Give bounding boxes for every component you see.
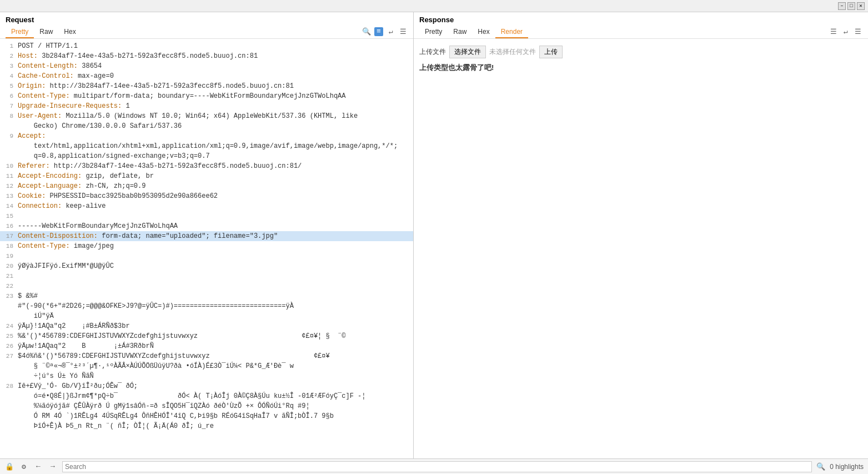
code-line: 8 User-Agent: Mozilla/5.0 (Windows NT 10… [0, 111, 413, 121]
newline-icon[interactable]: ↵ [841, 27, 850, 36]
upload-button[interactable]: 上传 [539, 46, 563, 58]
forward-icon[interactable]: → [48, 462, 58, 472]
menu-icon[interactable]: ☰ [399, 27, 408, 36]
settings-icon[interactable]: ⚙ [19, 462, 29, 472]
code-line: 22 [0, 281, 413, 291]
line-content: § ¨©ª«¬­®¯°±²³´µ¶·,¹ºÀÃÂ×ÀÚÚÕÖßÜûÿU?ðà •… [18, 361, 413, 371]
line-content: Upgrade-Insecure-Requests: 1 [18, 101, 413, 111]
code-line: 21 [0, 271, 413, 281]
line-content: POST / HTTP/1.1 [18, 41, 413, 51]
line-content: Iê+£Vÿ_'Ó- Gb/V}îÎ²ðu;ÓÊw¯ ðÓ; [18, 381, 413, 391]
response-content: 上传文件 选择文件 未选择任何文件 上传 上传类型也太露骨了吧! [414, 39, 868, 458]
response-panel: Response Pretty Raw Hex Render ☰ ↵ ☰ 上传文… [414, 12, 868, 458]
tab-render-response[interactable]: Render [495, 26, 528, 38]
line-number: 2 [0, 51, 18, 61]
code-line: 10 Referer: http://3b284af7-14ee-43a5-b2… [0, 161, 413, 171]
code-line: ó=é•Q8É|}ßJrm¢¶*pQ÷b¯ ðÓ< À( T¡ÀóÎj 0À©Ç… [0, 391, 413, 401]
code-line: 12 Accept-Language: zh-CN, zh;q=0.9 [0, 181, 413, 191]
request-toolbar: 🔍 ≡ ↵ ☰ [362, 27, 408, 36]
tab-hex-request[interactable]: Hex [58, 26, 81, 38]
line-content: %&'()*456789:CDEFGHIJSTUVWXYZcdefghijstu… [18, 331, 413, 341]
file-upload-row: 上传文件 选择文件 未选择任何文件 上传 [419, 46, 862, 58]
wrap-icon[interactable]: ≡ [374, 27, 383, 36]
code-line: 6 Content-Type: multipart/form-data; bou… [0, 91, 413, 101]
line-content: ÞîÓ+Ê)À Þ5_n Rt_n ¨( ñÎ; ÒÎ¦( Ã¡Ä(Á0 ðÎ;… [18, 421, 413, 431]
code-line: 26 ÿÄµw!1AQaq"2 B ¡±Á#3RðbrÑ [0, 341, 413, 351]
line-number: 13 [0, 191, 18, 201]
code-lines: 1 POST / HTTP/1.1 2 Host: 3b284af7-14ee-… [0, 41, 413, 431]
search-input[interactable] [62, 461, 812, 472]
code-line: 24 ÿÄµ}!1AQa"q2 ¡#B±ÁRÑð$3br [0, 321, 413, 331]
tab-pretty-response[interactable]: Pretty [419, 26, 448, 38]
choose-file-button[interactable]: 选择文件 [449, 46, 486, 58]
code-line: 25 %&'()*456789:CDEFGHIJSTUVWXYZcdefghij… [0, 331, 413, 341]
maximize-button[interactable]: □ [847, 2, 855, 10]
list-icon[interactable]: ☰ [829, 27, 838, 36]
line-content: ------WebKitFormBoundaryMcejJnzGTWoLhqAA [18, 221, 413, 231]
tab-raw-request[interactable]: Raw [34, 26, 58, 38]
code-line: 1 POST / HTTP/1.1 [0, 41, 413, 51]
code-line: iÚ"ÿÄ [0, 311, 413, 321]
main-area: Request Pretty Raw Hex 🔍 ≡ ↵ ☰ 1 POST [0, 12, 868, 458]
code-line: § ¨©ª«¬­®¯°±²³´µ¶·,¹ºÀÃÂ×ÀÚÚÕÖßÜûÿU?ðà •… [0, 361, 413, 371]
line-content: Gecko) Chrome/130.0.0.0 Safari/537.36 [18, 121, 413, 131]
line-content: Content-Disposition: form-data; name="up… [18, 231, 413, 241]
request-panel: Request Pretty Raw Hex 🔍 ≡ ↵ ☰ 1 POST [0, 12, 414, 458]
line-number: 27 [0, 351, 18, 361]
code-line: Ó RM 4Ó `)1RÊLg4 4ÚSqRÊLg4 ÔñHÊHÓÎ'4îQ C… [0, 411, 413, 421]
tab-hex-response[interactable]: Hex [472, 26, 495, 38]
line-content: Content-Type: multipart/form-data; bound… [18, 91, 413, 101]
back-icon[interactable]: ← [33, 462, 43, 472]
menu-icon[interactable]: ☰ [854, 27, 862, 36]
line-number: 23 [0, 291, 18, 301]
lock-icon[interactable]: 🔒 [4, 462, 14, 472]
line-content: Ó RM 4Ó `)1RÊLg4 4ÚSqRÊLg4 ÔñHÊHÓÎ'4îQ C… [18, 411, 413, 421]
close-button[interactable]: ✕ [857, 2, 865, 10]
tab-pretty-request[interactable]: Pretty [6, 26, 34, 38]
request-tab-bar: Pretty Raw Hex 🔍 ≡ ↵ ☰ [6, 26, 408, 38]
search-icon[interactable]: 🔍 [816, 462, 825, 471]
line-number: 22 [0, 281, 18, 291]
code-line: %¼ãóÿójã# ÇÊÛÀÿrð Ú gMÿ1sâÓñ-=ð sÎQO5H¯î… [0, 401, 413, 411]
code-line: 19 [0, 251, 413, 261]
code-line: ÷¦ú°s Ú± Yó ÑãÑ [0, 371, 413, 381]
line-number: 5 [0, 81, 18, 91]
request-panel-title: Request [6, 16, 408, 24]
line-number: 25 [0, 331, 18, 341]
code-line: 7 Upgrade-Insecure-Requests: 1 [0, 101, 413, 111]
no-file-text: 未选择任何文件 [489, 47, 536, 57]
line-number: 4 [0, 71, 18, 81]
tab-raw-response[interactable]: Raw [448, 26, 472, 38]
line-number: 21 [0, 271, 18, 281]
line-content: Content-Type: image/jpeg [18, 241, 413, 251]
newline-icon[interactable]: ↵ [387, 27, 395, 36]
code-line: 9 Accept: [0, 131, 413, 141]
response-message: 上传类型也太露骨了吧! [419, 63, 862, 73]
code-line: 28 Iê+£Vÿ_'Ó- Gb/V}îÎ²ðu;ÓÊw¯ ðÓ; [0, 381, 413, 391]
code-line: 18 Content-Type: image/jpeg [0, 241, 413, 251]
hide-icon[interactable]: 🔍 [362, 27, 371, 36]
line-content: text/html,application/xhtml+xml,applicat… [18, 141, 413, 151]
line-number: 28 [0, 381, 18, 391]
line-content: ÿÄµ}!1AQa"q2 ¡#B±ÁRÑð$3br [18, 321, 413, 331]
line-content: ó=é•Q8É|}ßJrm¢¶*pQ÷b¯ ðÓ< À( T¡ÀóÎj 0À©Ç… [18, 391, 413, 401]
line-number: 3 [0, 61, 18, 71]
file-upload-label: 上传文件 [419, 47, 446, 57]
line-number: 20 [0, 261, 18, 271]
line-content: Cache-Control: max-age=0 [18, 71, 413, 81]
highlights-label: 0 highlights [830, 463, 864, 471]
line-number: 10 [0, 161, 18, 171]
line-number: 15 [0, 211, 18, 221]
line-content: Origin: http://3b284af7-14ee-43a5-b271-5… [18, 81, 413, 91]
line-content: Accept-Encoding: gzip, deflate, br [18, 171, 413, 181]
minimize-button[interactable]: – [838, 2, 846, 10]
line-number: 8 [0, 111, 18, 121]
line-number: 11 [0, 171, 18, 181]
line-number: 14 [0, 201, 18, 211]
line-content: Connection: keep-alive [18, 201, 413, 211]
line-number: 9 [0, 131, 18, 141]
code-line: 20 ÿØÿàJFIFÿó.ExifMM*@U@ÿÛC [0, 261, 413, 271]
line-content: Content-Length: 38654 [18, 61, 413, 71]
line-number: 24 [0, 321, 18, 331]
code-line: text/html,application/xhtml+xml,applicat… [0, 141, 413, 151]
